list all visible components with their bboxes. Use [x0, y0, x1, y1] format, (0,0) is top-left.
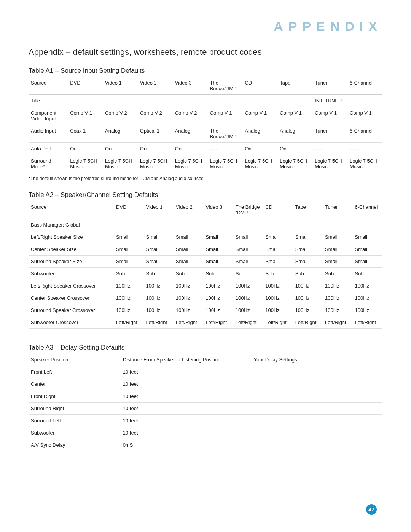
table-cell: Optical 1 — [138, 125, 173, 143]
table-cell: Small — [114, 243, 143, 256]
table-cell: 100Hz — [203, 280, 233, 292]
table-cell: Sub — [263, 268, 293, 280]
table-cell: Small — [174, 243, 203, 256]
table-header-cell: Source — [29, 201, 114, 219]
table-a1-body: TitleINT. TUNERComponent Video InputComp… — [29, 95, 382, 173]
table-cell: On — [103, 143, 138, 155]
table-cell: Left/Right — [203, 316, 233, 329]
table-a1-title: Table A1 – Source Input Setting Defaults — [29, 67, 382, 75]
table-cell: Analog — [277, 125, 312, 143]
table-cell: 100Hz — [114, 304, 143, 316]
table-header-cell: The Bridge /DMP — [233, 201, 263, 219]
table-cell: 100Hz — [263, 280, 293, 292]
table-a3-body: Front Left10 feetCenter10 feetFront Righ… — [29, 366, 382, 451]
table-a2-body: Bass Manager: GlobalLeft/Right Speaker S… — [29, 219, 382, 329]
table-cell: Small — [233, 256, 263, 268]
table-cell: 100Hz — [293, 304, 323, 316]
table-a2-head: Source DVD Video 1 Video 2 Video 3 The B… — [29, 201, 382, 219]
table-cell: 100Hz — [174, 280, 203, 292]
table-cell: On — [138, 143, 173, 155]
table-header-cell: Tuner — [312, 77, 347, 95]
row-label: Audio Input — [29, 125, 68, 143]
table-cell: Small — [352, 256, 382, 268]
table-a1: Source DVD Video 1 Video 2 Video 3 The B… — [29, 77, 382, 173]
table-cell: The Bridge/DMP — [208, 125, 243, 143]
table-cell: 10 feet — [121, 427, 252, 439]
table-row: Subwoofer10 feet — [29, 427, 382, 439]
table-a2: Source DVD Video 1 Video 2 Video 3 The B… — [29, 201, 382, 329]
table-row: Left/Right Speaker SizeSmallSmallSmallSm… — [29, 231, 382, 243]
table-cell: Analog — [242, 125, 277, 143]
table-cell: 10 feet — [121, 378, 252, 390]
table-row: Component Video InputComp V 1Comp V 2Com… — [29, 107, 382, 125]
table-cell: 100Hz — [293, 280, 323, 292]
table-a1-head: Source DVD Video 1 Video 2 Video 3 The B… — [29, 77, 382, 95]
table-header-cell: CD — [242, 77, 277, 95]
table-cell: Logic 7 5CH Music — [138, 155, 173, 173]
table-cell: Left/Right — [263, 316, 293, 329]
table-header-cell: Tape — [293, 201, 323, 219]
table-cell: 100Hz — [114, 280, 143, 292]
table-cell: 100Hz — [323, 280, 352, 292]
table-cell — [144, 219, 174, 231]
table-cell: Comp V 1 — [347, 107, 382, 125]
table-row: Center Speaker SizeSmallSmallSmallSmallS… — [29, 243, 382, 256]
row-label: Title — [29, 95, 68, 107]
table-cell: 100Hz — [263, 292, 293, 304]
table-cell — [352, 219, 382, 231]
document-page: APPENDIX Appendix – default settings, wo… — [0, 0, 411, 532]
table-cell: A/V Sync Delay — [29, 439, 121, 451]
table-a2-title: Table A2 – Speaker/Channel Setting Defau… — [29, 191, 382, 199]
table-cell: Sub — [114, 268, 143, 280]
table-cell: INT. TUNER — [312, 95, 347, 107]
table-header-cell: Tuner — [323, 201, 352, 219]
table-cell: Subwoofer — [29, 427, 121, 439]
section-header: APPENDIX — [29, 19, 382, 34]
table-cell: Logic 7 5CH Music — [103, 155, 138, 173]
table-cell: 100Hz — [203, 292, 233, 304]
table-row: Auto PollOnOnOnOn- - -OnOn- - -- - - — [29, 143, 382, 155]
table-cell: Front Left — [29, 366, 121, 378]
table-cell: - - - — [312, 143, 347, 155]
table-cell — [252, 390, 382, 403]
page-title: Appendix – default settings, worksheets,… — [29, 47, 382, 57]
table-header-cell: Video 2 — [174, 201, 203, 219]
table-row: Surround Speaker Crossover100Hz100Hz100H… — [29, 304, 382, 316]
table-cell: 10 feet — [121, 390, 252, 403]
table-header-cell: Video 3 — [173, 77, 208, 95]
table-cell — [103, 95, 138, 107]
table-cell: Small — [323, 243, 352, 256]
table-cell: Small — [352, 231, 382, 243]
table-row: Front Right10 feet — [29, 390, 382, 403]
row-label: Surround Speaker Crossover — [29, 304, 114, 316]
table-header-cell: Tape — [277, 77, 312, 95]
table-header-cell: Speaker Position — [29, 354, 121, 366]
row-label: Surround Speaker Size — [29, 256, 114, 268]
table-cell: Small — [293, 256, 323, 268]
table-header-cell: DVD — [68, 77, 103, 95]
table-cell: Logic 7 5CH Music — [312, 155, 347, 173]
table-row: Center Speaker Crossover100Hz100Hz100Hz1… — [29, 292, 382, 304]
table-cell: Small — [114, 256, 143, 268]
table-cell: Small — [263, 256, 293, 268]
table-header-cell: Distance From Speaker to Listening Posit… — [121, 354, 252, 366]
table-cell: 100Hz — [352, 280, 382, 292]
table-cell: Comp V 1 — [68, 107, 103, 125]
table-header-cell: Video 1 — [103, 77, 138, 95]
table-cell: Left/Right — [352, 316, 382, 329]
table-cell: Sub — [323, 268, 352, 280]
row-label: Center Speaker Crossover — [29, 292, 114, 304]
table-cell: Front Right — [29, 390, 121, 403]
table-cell — [347, 95, 382, 107]
table-row: Front Left10 feet — [29, 366, 382, 378]
table-cell: Tuner — [312, 125, 347, 143]
table-a3-head: Speaker Position Distance From Speaker t… — [29, 354, 382, 366]
table-cell: 100Hz — [233, 280, 263, 292]
table-cell: Comp V 2 — [138, 107, 173, 125]
page-number-badge: 47 — [366, 504, 377, 515]
table-cell: 100Hz — [323, 304, 352, 316]
table-cell: 100Hz — [203, 304, 233, 316]
row-label: Subwoofer — [29, 268, 114, 280]
table-cell: Small — [144, 243, 174, 256]
table-cell — [293, 219, 323, 231]
